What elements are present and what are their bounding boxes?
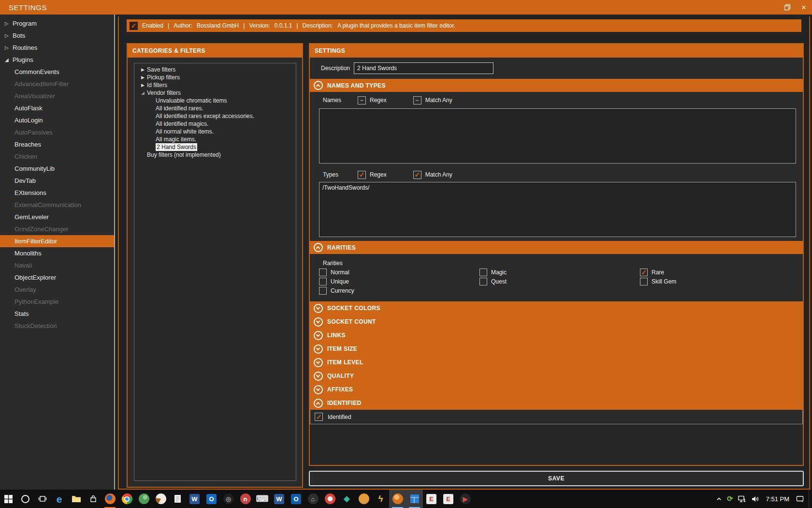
bot-app-icon[interactable] [389,490,406,508]
types-textarea[interactable]: /TwoHandSwords/ [319,182,796,237]
types-regex-checkbox[interactable] [358,171,366,179]
tray-expand-icon[interactable] [716,496,722,502]
sidebar-item-itemfiltereditor[interactable]: ItemFilterEditor [0,235,114,247]
keyboard-app-icon[interactable]: ⌨ [254,490,271,508]
section-header-item-level[interactable]: ITEM LEVEL [310,356,803,369]
notepad-icon[interactable] [169,490,186,508]
description-input[interactable] [354,62,493,74]
media-app-icon[interactable]: ▶ [457,490,474,508]
volume-icon[interactable] [751,495,759,503]
section-header-affixes[interactable]: AFFIXES [310,383,803,396]
file-explorer-icon[interactable] [68,490,85,508]
word-icon[interactable]: W [186,490,203,508]
sidebar-item-devtab[interactable]: DevTab [0,175,114,187]
sidebar-item-grindzonechanger[interactable]: GrindZoneChanger [0,223,114,235]
filter-item-save-filters[interactable]: ▶Save filters [134,66,296,74]
names-match-any-checkbox[interactable] [413,96,421,105]
gem-app-icon[interactable]: ◆ [338,490,355,508]
sidebar-item-communitylib[interactable]: CommunityLib [0,163,114,175]
sidebar-item-areavisualizer[interactable]: AreaVisualizer [0,90,114,102]
sidebar-splitter[interactable] [114,15,115,490]
sidebar-item-stats[interactable]: Stats [0,308,114,320]
settings-window-icon[interactable] [406,490,423,508]
sidebar-item-externalcommunication[interactable]: ExternalCommunication [0,199,114,211]
outlook-icon[interactable]: O [203,490,220,508]
filter-item-pickup-filters[interactable]: ▶Pickup filters [134,74,296,81]
filter-item-all-identified-magics[interactable]: All identified magics. [134,120,296,128]
editor-e-alt-icon[interactable]: E [440,490,457,508]
bolt-app-icon[interactable]: ϟ [372,490,389,508]
utility-app-icon[interactable]: ⌂ [304,490,321,508]
sidebar-item-breaches[interactable]: Breaches [0,138,114,150]
section-header-socket-colors[interactable]: SOCKET COLORS [310,301,803,315]
filter-item-2-hand-swords[interactable]: 2 Hand Swords [134,143,296,151]
sidebar-item-extensions[interactable]: EXtensions [0,187,114,199]
sidebar-item-advanceditemfilter[interactable]: AdvancedItemFilter [0,78,114,90]
sidebar-item-routines[interactable]: ▷Routines [0,42,114,54]
names-regex-checkbox[interactable] [358,96,366,105]
sidebar-item-pythonexample[interactable]: PythonExample [0,296,114,308]
names-textarea[interactable] [319,108,796,164]
sidebar-item-autologin[interactable]: AutoLogin [0,114,114,126]
filter-item-all-identified-rares[interactable]: All identified rares. [134,105,296,112]
sidebar-item-bots[interactable]: ▷Bots [0,30,114,42]
editor-e-icon[interactable]: E [423,490,440,508]
outlook-alt-icon[interactable]: O [288,490,304,508]
section-header-socket-count[interactable]: SOCKET COUNT [310,315,803,329]
rarity-checkbox-normal[interactable] [319,269,327,276]
save-button[interactable]: SAVE [309,471,804,486]
section-header-identified[interactable]: IDENTIFIED [310,396,803,410]
filter-item-buy-filters-not-implemented[interactable]: Buy filters (not implemented) [134,151,296,159]
restore-window-button[interactable] [779,0,796,15]
word-doc-icon[interactable]: W [271,490,288,508]
amber-app-icon[interactable] [355,490,372,508]
types-match-any-checkbox[interactable] [413,171,421,179]
target-app-icon[interactable] [321,490,338,508]
action-center-icon[interactable] [796,495,804,503]
show-desktop-button[interactable] [809,490,811,508]
section-header-rarities[interactable]: RARITIES [310,241,803,254]
filter-item-unvaluable-chromatic-items[interactable]: Unvaluable chromatic items [134,97,296,105]
clock[interactable]: 7:51 PM [766,495,789,503]
cortana-icon[interactable] [17,490,34,508]
sidebar-item-navali[interactable]: Navali [0,259,114,271]
firefox-icon[interactable] [102,490,118,508]
filter-item-all-identified-rares-except-accessories[interactable]: All identified rares except accessories. [134,112,296,120]
identified-checkbox[interactable] [315,413,323,421]
rarity-checkbox-quest[interactable] [479,278,487,285]
filter-item-all-magic-items[interactable]: All magic items. [134,135,296,143]
store-icon[interactable] [85,490,102,508]
sidebar-item-autopassives[interactable]: AutoPassives [0,126,114,138]
filter-item-all-normal-white-items[interactable]: All normal white items. [134,128,296,135]
nero-icon[interactable]: n [237,490,254,508]
section-header-item-size[interactable]: ITEM SIZE [310,342,803,356]
close-button[interactable]: ✕ [796,0,812,15]
section-header-quality[interactable]: QUALITY [310,369,803,383]
section-header-names-and-types[interactable]: NAMES AND TYPES [310,79,803,92]
network-icon[interactable] [738,495,746,503]
sidebar-item-objectexplorer[interactable]: ObjectExplorer [0,271,114,284]
sidebar-item-overlay[interactable]: Overlay [0,284,114,296]
sidebar-item-gemleveler[interactable]: GemLeveler [0,211,114,223]
sidebar-item-autoflask[interactable]: AutoFlask [0,102,114,114]
plugin-enabled-checkbox[interactable] [130,22,138,30]
sphere-app-icon[interactable]: ◎ [220,490,237,508]
sidebar-item-monoliths[interactable]: Monoliths [0,247,114,259]
filter-item-id-filters[interactable]: ▶Id filters [134,81,296,89]
rarity-checkbox-rare[interactable] [640,269,648,276]
sidebar-item-stuckdetection[interactable]: StuckDetection [0,320,114,332]
sidebar-item-program[interactable]: ▷Program [0,17,114,30]
task-view-icon[interactable] [34,490,51,508]
compass-app-icon[interactable] [152,490,169,508]
rarity-checkbox-skill-gem[interactable] [640,278,648,285]
rarity-checkbox-magic[interactable] [479,269,487,276]
start-button[interactable] [0,490,17,508]
rarity-checkbox-unique[interactable] [319,278,327,285]
sidebar-item-chicken[interactable]: Chicken [0,150,114,163]
section-header-links[interactable]: LINKS [310,329,803,342]
edge-icon[interactable]: e [51,490,68,508]
update-tray-icon[interactable]: ⟳ [727,494,733,503]
earth-globe-icon[interactable] [135,490,152,508]
sidebar-item-commonevents[interactable]: CommonEvents [0,66,114,78]
chrome-icon[interactable] [118,490,135,508]
